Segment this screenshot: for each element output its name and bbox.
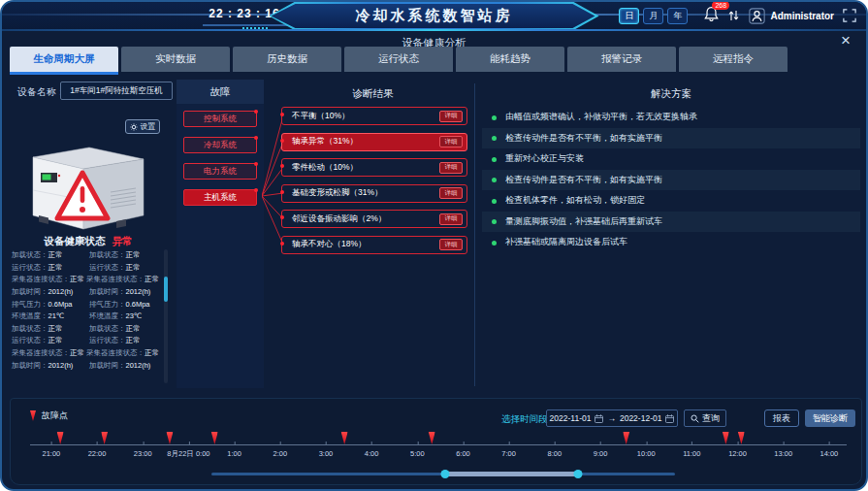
solution-item: 检查机体零件，如有松动，锁好固定 (482, 190, 860, 212)
tab[interactable]: 历史数据 (233, 47, 341, 72)
clock-dashes (242, 27, 270, 30)
timeline-tick: 2:00 (273, 449, 287, 458)
diagnosis-item[interactable]: 零件松动（10%） 详细 (281, 158, 467, 177)
date-from[interactable]: 2022-11-01 (550, 413, 592, 423)
fault-column: 故障 控制系统冷却系统电力系统主机系统 (177, 80, 264, 388)
tab[interactable]: 远程指令 (679, 47, 788, 72)
detail-button[interactable]: 详细 (439, 111, 463, 122)
fault-item[interactable]: 冷却系统 (183, 137, 257, 153)
timeline-tick: 4:00 (365, 449, 379, 458)
tab-bar: 生命周期大屏实时数据历史数据运行状态能耗趋势报警记录远程指令 (10, 47, 788, 72)
status-row: 排气压力：0.6Mpa 排气压力：0.6Mpa (12, 298, 159, 311)
scrollbar-thumb[interactable] (164, 277, 168, 302)
diagnosis-item[interactable]: 邻近设备振动影响（2%） 详细 (281, 210, 467, 228)
timeline-axis (30, 444, 847, 445)
diagnosis-label: 轴承不对心（18%） (292, 239, 367, 250)
calendar-icon[interactable] (665, 414, 674, 423)
diagnosis-label: 邻近设备振动影响（2%） (292, 213, 386, 225)
period-toggle-button[interactable]: 年 (667, 8, 688, 24)
diagnosis-label: 基础变形或松脚（31%） (292, 187, 383, 199)
timeline-panel: 故障点 选择时间段 2022-11-01 → 2022-12-01 (10, 398, 862, 485)
timeline-tick: 13:00 (774, 449, 792, 458)
detail-button[interactable]: 详细 (439, 136, 463, 147)
fault-item[interactable]: 控制系统 (183, 111, 257, 127)
solution-item: 补强基础或隔离周边设备后试车 (482, 232, 860, 253)
smart-diagnosis-button[interactable]: 智能诊断 (805, 409, 855, 427)
status-row: 运行状态：正常 运行状态：正常 (12, 335, 159, 347)
query-button[interactable]: 查询 (684, 409, 726, 427)
fault-marker (211, 432, 218, 444)
report-button[interactable]: 报表 (764, 409, 799, 427)
fault-item[interactable]: 主机系统 (183, 189, 257, 206)
notifications-button[interactable]: 268 (704, 6, 719, 25)
timeline-tick: 5:00 (410, 449, 425, 458)
diagnosis-item[interactable]: 轴承异常（31%） 详细 (281, 133, 467, 151)
status-grid: 加载状态：正常 加载状态：正常 运行状态：正常 运行状态：正常 采集器连接状态：… (12, 249, 159, 372)
timeline-tick: 23:00 (134, 449, 152, 458)
diagnosis-list: 不平衡（10%） 详细 轴承异常（31%） 详细 零件松动（10%） 详细 基础… (281, 107, 467, 254)
period-toggle-button[interactable]: 日 (619, 8, 639, 24)
timeline-tick: 8:00 (548, 449, 563, 458)
slider-handle-right[interactable] (573, 470, 582, 478)
diagnosis-item[interactable]: 基础变形或松脚（31%） 详细 (281, 184, 467, 203)
query-label: 查询 (702, 412, 720, 425)
diagnosis-label: 轴承异常（31%） (292, 136, 358, 147)
fault-point-legend: 故障点 (30, 409, 68, 422)
timeline-tick: 8月22日 0:00 (167, 449, 209, 459)
timeline-slider[interactable] (211, 473, 675, 475)
date-to[interactable]: 2022-12-01 (620, 413, 661, 423)
solution-item: 重新对心校正与安装 (482, 148, 860, 170)
tab[interactable]: 运行状态 (344, 47, 453, 72)
user-icon (749, 8, 765, 24)
user-account[interactable]: Administrator (749, 8, 834, 24)
user-name: Administrator (770, 11, 834, 21)
period-toggle-button[interactable]: 月 (643, 8, 663, 24)
status-row: 加载时间：2012(h) 加载时间：2012(h) (12, 286, 159, 299)
detail-button[interactable]: 详细 (439, 187, 463, 199)
detail-button[interactable]: 详细 (439, 239, 463, 250)
timeline-tick: 11:00 (683, 449, 700, 458)
sort-arrows-icon[interactable] (727, 9, 740, 22)
solution-item: 检查传动件是否有不平衡，如有实施平衡 (482, 128, 860, 149)
clock-underline (203, 24, 288, 26)
status-row: 加载时间：2012(h) 加载时间：2012(h) (12, 359, 159, 372)
device-name-select[interactable]: 1#车间1#阿特拉斯空压机 (60, 82, 173, 100)
status-row: 采集器连接状态：正常 采集器连接状态：正常 (12, 274, 159, 286)
tab[interactable]: 实时数据 (121, 47, 230, 72)
diagnosis-label: 零件松动（10%） (292, 162, 358, 174)
tab[interactable]: 能耗趋势 (456, 47, 564, 72)
tab[interactable]: 报警记录 (567, 47, 676, 72)
fault-timeline: 21:0022:0023:008月22日 0:001:002:003:004:0… (30, 430, 847, 471)
slider-handle-left[interactable] (441, 470, 450, 478)
fault-column-header: 故障 (177, 80, 264, 104)
solutions-list: 由幅值或频谱确认，补做动平衡，若无效更换轴承检查传动件是否有不平衡，如有实施平衡… (482, 107, 860, 253)
status-row: 加载状态：正常 加载状态：正常 (12, 323, 159, 336)
timeline-tick: 12:00 (728, 449, 747, 458)
column-divider (474, 83, 475, 386)
slider-selected-range[interactable] (445, 472, 577, 476)
diagnosis-item[interactable]: 不平衡（10%） 详细 (281, 107, 467, 125)
fault-item[interactable]: 电力系统 (183, 163, 257, 180)
fault-marker (738, 432, 745, 444)
search-icon (691, 414, 699, 423)
diagnosis-item[interactable]: 轴承不对心（18%） 详细 (281, 236, 467, 254)
detail-button[interactable]: 详细 (439, 162, 463, 174)
status-row: 环境温度：21℃ 环境温度：23℃ (12, 311, 159, 323)
date-range-picker[interactable]: 2022-11-01 → 2022-12-01 (546, 409, 678, 427)
detail-button[interactable]: 详细 (439, 213, 463, 225)
health-label: 设备健康状态 (45, 235, 106, 246)
gear-icon (130, 123, 138, 131)
fault-marker (341, 432, 348, 444)
fullscreen-icon[interactable] (843, 9, 856, 22)
fault-marker (101, 432, 108, 444)
calendar-icon[interactable] (595, 414, 603, 423)
timeline-tick: 21:00 (43, 449, 61, 458)
page-title: 冷却水系统数智站房 (356, 7, 513, 25)
close-icon[interactable]: × (841, 32, 851, 49)
tab[interactable]: 生命周期大屏 (10, 47, 118, 72)
legend-label: 故障点 (42, 409, 68, 422)
timeline-tick: 22:00 (88, 449, 107, 458)
solution-item: 检查传动件是否有不平衡，如有实施平衡 (482, 170, 860, 191)
timeline-tick: 14:00 (820, 449, 839, 458)
fault-marker (166, 432, 173, 444)
